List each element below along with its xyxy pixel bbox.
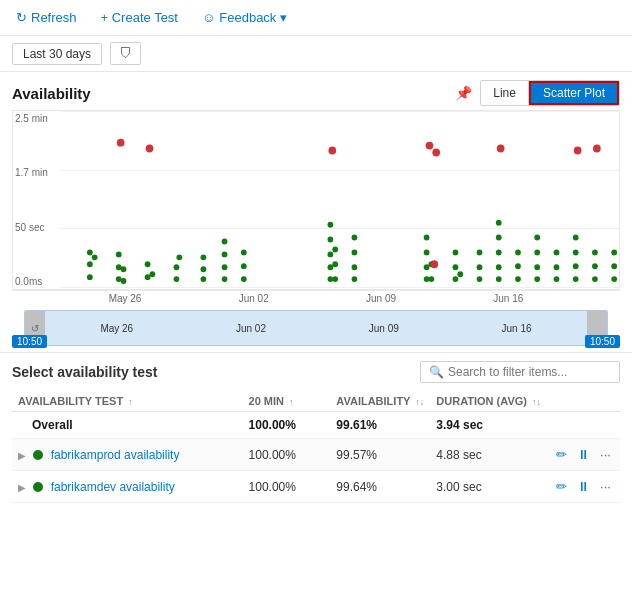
table-row: ▶ fabrikamprod availability 100.00% 99.5…: [12, 439, 620, 471]
scrubber-label-1: May 26: [100, 323, 133, 334]
funnel-icon: ⛉: [119, 46, 132, 61]
row1-more-button[interactable]: ···: [597, 445, 614, 464]
svg-point-65: [534, 276, 540, 282]
svg-point-79: [592, 249, 598, 255]
svg-point-22: [222, 251, 228, 257]
search-input[interactable]: [448, 365, 611, 379]
svg-point-48: [430, 260, 438, 268]
status-dot-1: [33, 450, 43, 460]
svg-point-69: [554, 276, 560, 282]
pin-icon[interactable]: 📌: [455, 85, 472, 101]
svg-point-15: [174, 264, 180, 270]
svg-point-57: [496, 264, 502, 270]
overall-name: Overall: [12, 412, 243, 439]
expand-icon-1[interactable]: ▶: [18, 450, 26, 461]
row2-name[interactable]: ▶ fabrikamdev availability: [12, 471, 243, 503]
scrubber[interactable]: ↺ May 26 Jun 02 Jun 09 Jun 16: [24, 310, 608, 346]
row2-more-button[interactable]: ···: [597, 477, 614, 496]
svg-point-73: [573, 263, 579, 269]
svg-point-11: [145, 261, 151, 267]
svg-point-82: [611, 263, 617, 269]
top-bar: ↻ Refresh + Create Test ☺ Feedback ▾: [0, 0, 632, 36]
col-header-20min[interactable]: 20 MIN ↑: [243, 391, 331, 412]
svg-point-52: [457, 271, 463, 277]
smiley-icon: ☺: [202, 10, 215, 25]
svg-point-38: [352, 249, 358, 255]
date-range-button[interactable]: Last 30 days: [12, 43, 102, 65]
y-label-top: 2.5 min: [15, 113, 61, 124]
overall-row: Overall 100.00% 99.61% 3.94 sec: [12, 412, 620, 439]
scatter-plot-svg: [61, 111, 619, 289]
table-title: Select availability test: [12, 364, 158, 380]
search-box[interactable]: 🔍: [420, 361, 620, 383]
svg-point-29: [327, 251, 333, 257]
svg-point-0: [87, 274, 93, 280]
chevron-down-icon: ▾: [280, 10, 287, 25]
svg-point-21: [222, 264, 228, 270]
row2-availability: 99.64%: [330, 471, 430, 503]
row1-actions: ✏ ⏸ ···: [547, 439, 620, 471]
table-section: Select availability test 🔍 AVAILABILITY …: [0, 353, 632, 503]
x-axis-labels: May 26 Jun 02 Jun 09 Jun 16: [12, 290, 620, 306]
svg-point-13: [146, 145, 154, 153]
x-label-4: Jun 16: [493, 293, 523, 304]
svg-point-60: [496, 220, 502, 226]
col-header-availability[interactable]: AVAILABILITY ↑↓: [330, 391, 430, 412]
svg-point-44: [429, 276, 435, 282]
svg-point-83: [611, 249, 617, 255]
svg-point-41: [424, 264, 430, 270]
row1-edit-button[interactable]: ✏: [553, 445, 570, 464]
time-badge-left: 10:50: [12, 335, 47, 348]
svg-point-25: [241, 263, 247, 269]
sort-icon-name: ↑: [128, 397, 133, 407]
line-view-button[interactable]: Line: [481, 81, 529, 105]
row1-duration: 4.88 sec: [430, 439, 547, 471]
sort-icon-20min: ↑: [289, 397, 294, 407]
svg-point-66: [534, 264, 540, 270]
svg-point-78: [592, 263, 598, 269]
funnel-button[interactable]: ⛉: [110, 42, 141, 65]
svg-point-10: [145, 274, 151, 280]
col-header-actions: [547, 391, 620, 412]
row1-pause-button[interactable]: ⏸: [574, 445, 593, 464]
svg-point-12: [150, 271, 156, 277]
feedback-button[interactable]: ☺ Feedback ▾: [198, 8, 291, 27]
svg-point-56: [496, 276, 502, 282]
svg-point-20: [222, 276, 228, 282]
svg-point-2: [87, 249, 93, 255]
svg-point-49: [453, 276, 459, 282]
svg-point-77: [592, 276, 598, 282]
scrubber-label-3: Jun 09: [369, 323, 399, 334]
svg-point-55: [477, 249, 483, 255]
svg-point-35: [328, 147, 336, 155]
svg-point-34: [332, 246, 338, 252]
svg-point-76: [574, 147, 582, 155]
expand-icon-2[interactable]: ▶: [18, 482, 26, 493]
svg-point-64: [515, 249, 521, 255]
filter-bar: Last 30 days ⛉: [0, 36, 632, 72]
svg-point-68: [534, 235, 540, 241]
time-badge-right: 10:50: [585, 335, 620, 348]
y-axis-labels: 2.5 min 1.7 min 50 sec 0.0ms: [13, 111, 61, 289]
y-label-bottom: 0.0ms: [15, 276, 61, 287]
x-label-2: Jun 02: [239, 293, 269, 304]
svg-point-63: [515, 263, 521, 269]
table-body: Overall 100.00% 99.61% 3.94 sec ▶ fabrik…: [12, 412, 620, 503]
svg-point-58: [496, 249, 502, 255]
refresh-button[interactable]: ↻ Refresh: [12, 8, 81, 27]
row2-pause-button[interactable]: ⏸: [574, 477, 593, 496]
table-header-row: Select availability test 🔍: [12, 361, 620, 383]
svg-point-1: [87, 261, 93, 267]
row1-name[interactable]: ▶ fabrikamprod availability: [12, 439, 243, 471]
col-header-duration[interactable]: DURATION (AVG) ↑↓: [430, 391, 547, 412]
overall-20min: 100.00%: [243, 412, 331, 439]
view-toggle: Line Scatter Plot: [480, 80, 620, 106]
svg-point-23: [222, 239, 228, 245]
scatter-view-button[interactable]: Scatter Plot: [529, 81, 619, 105]
sort-icon-dur: ↑↓: [532, 397, 541, 407]
create-test-button[interactable]: + Create Test: [97, 8, 182, 27]
row2-edit-button[interactable]: ✏: [553, 477, 570, 496]
col-header-name[interactable]: AVAILABILITY TEST ↑: [12, 391, 243, 412]
svg-point-33: [332, 261, 338, 267]
svg-point-19: [201, 254, 207, 260]
